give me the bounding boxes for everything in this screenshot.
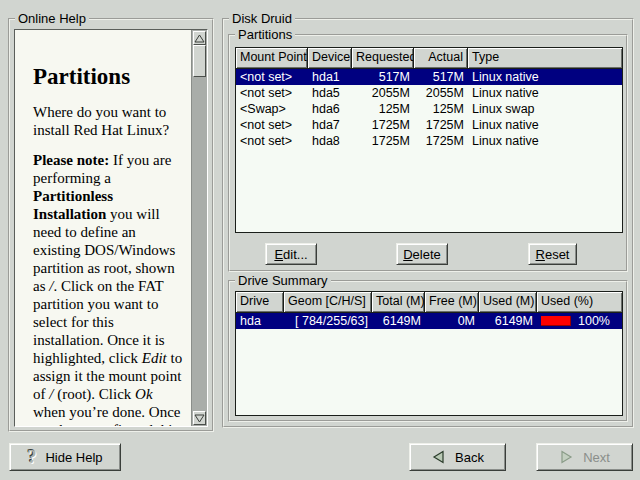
table-cell: 1725M <box>414 133 468 149</box>
used-percent-bar <box>541 316 571 326</box>
help-scrollbar[interactable] <box>191 30 207 426</box>
back-arrow-icon <box>431 450 446 464</box>
table-cell: Linux native <box>468 117 622 133</box>
table-cell: 6149M <box>479 313 537 329</box>
help-paragraph: Please note: If you are performing a Par… <box>33 151 183 426</box>
table-cell: hda6 <box>308 101 352 117</box>
table-cell: 1725M <box>352 117 414 133</box>
table-cell: <not set> <box>236 69 308 85</box>
column-header[interactable]: Type <box>468 48 622 68</box>
help-viewport: Partitions Where do you want to install … <box>14 29 208 427</box>
column-header[interactable]: Geom [C/H/S] <box>284 292 372 312</box>
table-cell: 1725M <box>414 117 468 133</box>
used-percent-cell: 100% <box>537 313 622 329</box>
table-cell: 2055M <box>352 85 414 101</box>
column-header[interactable]: Free (M) <box>425 292 479 312</box>
table-cell: hda5 <box>308 85 352 101</box>
hide-help-button[interactable]: ? Hide Help <box>9 443 121 471</box>
scroll-up-button[interactable] <box>193 31 206 45</box>
delete-button[interactable]: Delete <box>396 243 448 265</box>
help-paragraphs: Where do you want to install Red Hat Lin… <box>33 103 183 426</box>
down-arrow-icon <box>194 414 205 423</box>
scroll-thumb[interactable] <box>193 45 206 77</box>
table-cell: 125M <box>414 101 468 117</box>
installer-window: { "colors": { "background": "#d1d5d0", "… <box>0 0 640 480</box>
table-cell: hda <box>236 313 284 329</box>
table-cell: Linux swap <box>468 101 622 117</box>
reset-button[interactable]: Reset <box>528 243 577 265</box>
help-paragraph: Where do you want to install Red Hat Lin… <box>33 103 183 139</box>
table-cell: Linux native <box>468 133 622 149</box>
table-cell: <Swap> <box>236 101 308 117</box>
table-cell: hda1 <box>308 69 352 85</box>
table-cell: 517M <box>352 69 414 85</box>
column-header[interactable]: Used (M) <box>479 292 537 312</box>
next-arrow-icon <box>559 450 574 464</box>
table-cell: 2055M <box>414 85 468 101</box>
table-cell: Linux native <box>468 69 622 85</box>
drive-summary-section: Drive Summary DriveGeom [C/H/S]Total (M)… <box>228 280 628 422</box>
table-row[interactable]: <Swap>hda6125M125MLinux swap <box>236 101 622 117</box>
column-header[interactable]: Drive <box>236 292 284 312</box>
table-cell: <not set> <box>236 117 308 133</box>
table-row[interactable]: <not set>hda1517M517MLinux native <box>236 69 622 85</box>
column-header[interactable]: Used (%) <box>537 292 622 312</box>
drive-summary-frame-label: Drive Summary <box>235 273 331 288</box>
column-header[interactable]: Mount Point <box>236 48 308 68</box>
table-row[interactable]: <not set>hda71725M1725MLinux native <box>236 117 622 133</box>
table-cell: hda8 <box>308 133 352 149</box>
column-header[interactable]: Actual <box>414 48 468 68</box>
column-header[interactable]: Device <box>308 48 352 68</box>
partitions-table: Mount PointDeviceRequestedActualType <no… <box>235 47 623 233</box>
disk-druid-panel: Disk Druid Partitions Mount PointDeviceR… <box>222 18 634 428</box>
table-row[interactable]: hda[ 784/255/63]6149M0M6149M100% <box>236 313 622 329</box>
disk-druid-frame-label: Disk Druid <box>229 11 295 26</box>
used-percent-label: 100% <box>578 313 610 329</box>
drive-summary-table: DriveGeom [C/H/S]Total (M)Free (M)Used (… <box>235 291 623 416</box>
online-help-frame-label: Online Help <box>15 11 89 26</box>
table-cell: 0M <box>425 313 479 329</box>
scroll-down-button[interactable] <box>193 411 206 425</box>
help-icon: ? <box>27 449 36 465</box>
partitions-frame-label: Partitions <box>235 27 295 42</box>
table-cell: <not set> <box>236 133 308 149</box>
column-header[interactable]: Total (M) <box>372 292 425 312</box>
next-button[interactable]: Next <box>536 443 633 471</box>
table-row[interactable]: <not set>hda81725M1725MLinux native <box>236 133 622 149</box>
partitions-header: Mount PointDeviceRequestedActualType <box>236 48 622 69</box>
table-row[interactable]: <not set>hda52055M2055MLinux native <box>236 85 622 101</box>
table-cell: 6149M <box>372 313 425 329</box>
drive-summary-header: DriveGeom [C/H/S]Total (M)Free (M)Used (… <box>236 292 622 313</box>
help-title: Partitions <box>33 64 183 90</box>
drive-summary-body: hda[ 784/255/63]6149M0M6149M100% <box>236 313 622 329</box>
table-cell: <not set> <box>236 85 308 101</box>
edit-button[interactable]: Edit... <box>265 243 317 265</box>
column-header[interactable]: Requested <box>352 48 414 68</box>
table-cell: hda7 <box>308 117 352 133</box>
back-button[interactable]: Back <box>409 443 506 471</box>
partitions-section: Partitions Mount PointDeviceRequestedAct… <box>228 34 628 272</box>
table-cell: 517M <box>414 69 468 85</box>
partitions-body: <not set>hda1517M517MLinux native<not se… <box>236 69 622 149</box>
table-cell: 125M <box>352 101 414 117</box>
table-cell: 1725M <box>352 133 414 149</box>
up-arrow-icon <box>194 34 205 43</box>
online-help-panel: Online Help Partitions Where do you want… <box>8 18 214 432</box>
table-cell: [ 784/255/63] <box>284 313 372 329</box>
help-content: Partitions Where do you want to install … <box>15 30 191 426</box>
table-cell: Linux native <box>468 85 622 101</box>
